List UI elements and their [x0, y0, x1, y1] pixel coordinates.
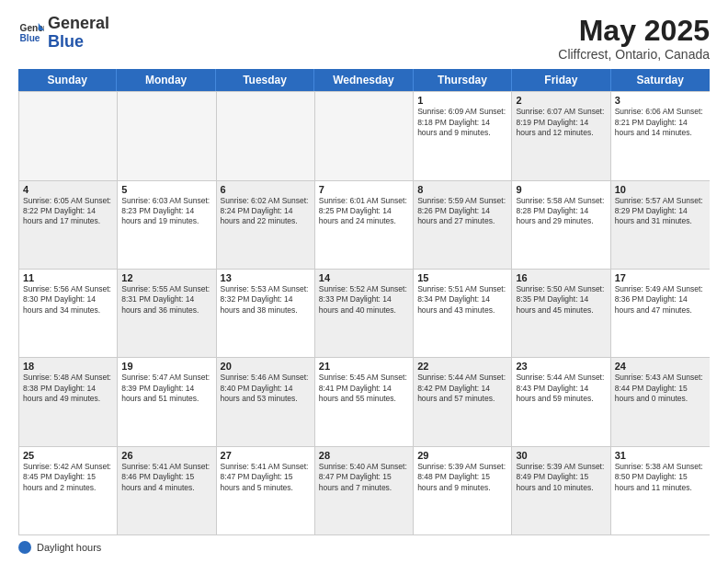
day-number: 23 — [516, 361, 606, 372]
calendar-cell: 3Sunrise: 6:06 AM Sunset: 8:21 PM Daylig… — [611, 92, 710, 179]
calendar-cell — [19, 92, 118, 179]
calendar-cell: 15Sunrise: 5:51 AM Sunset: 8:34 PM Dayli… — [414, 270, 512, 357]
day-number: 6 — [221, 184, 311, 195]
day-info: Sunrise: 5:39 AM Sunset: 8:49 PM Dayligh… — [516, 462, 606, 493]
day-info: Sunrise: 5:56 AM Sunset: 8:30 PM Dayligh… — [23, 284, 113, 316]
day-info: Sunrise: 5:45 AM Sunset: 8:41 PM Dayligh… — [319, 373, 409, 404]
day-number: 16 — [516, 272, 606, 283]
calendar-header-sunday: Sunday — [18, 69, 117, 91]
day-info: Sunrise: 5:47 AM Sunset: 8:39 PM Dayligh… — [121, 373, 211, 404]
calendar-body: 1Sunrise: 6:09 AM Sunset: 8:18 PM Daylig… — [18, 91, 710, 535]
footer: Daylight hours — [18, 541, 710, 554]
day-info: Sunrise: 5:43 AM Sunset: 8:44 PM Dayligh… — [615, 373, 706, 404]
daylight-icon — [18, 541, 31, 554]
day-number: 12 — [121, 272, 211, 283]
calendar-cell: 27Sunrise: 5:41 AM Sunset: 8:47 PM Dayli… — [217, 447, 315, 534]
day-number: 8 — [417, 184, 507, 195]
logo-blue: Blue — [48, 32, 84, 51]
calendar-cell: 1Sunrise: 6:09 AM Sunset: 8:18 PM Daylig… — [414, 92, 512, 179]
day-number: 29 — [417, 450, 507, 461]
title-block: May 2025 Cliffcrest, Ontario, Canada — [558, 15, 710, 62]
calendar-week-3: 11Sunrise: 5:56 AM Sunset: 8:30 PM Dayli… — [19, 270, 710, 358]
day-info: Sunrise: 5:38 AM Sunset: 8:50 PM Dayligh… — [615, 462, 706, 493]
day-info: Sunrise: 5:40 AM Sunset: 8:47 PM Dayligh… — [319, 462, 409, 493]
calendar-cell: 8Sunrise: 5:59 AM Sunset: 8:26 PM Daylig… — [414, 181, 512, 269]
day-number: 24 — [615, 361, 706, 372]
day-info: Sunrise: 5:51 AM Sunset: 8:34 PM Dayligh… — [417, 284, 507, 316]
calendar-cell: 26Sunrise: 5:41 AM Sunset: 8:46 PM Dayli… — [118, 447, 216, 534]
calendar-cell: 29Sunrise: 5:39 AM Sunset: 8:48 PM Dayli… — [414, 447, 512, 534]
calendar-cell: 11Sunrise: 5:56 AM Sunset: 8:30 PM Dayli… — [19, 270, 118, 357]
day-number: 19 — [121, 361, 211, 372]
calendar-header-saturday: Saturday — [611, 69, 710, 91]
day-info: Sunrise: 6:03 AM Sunset: 8:23 PM Dayligh… — [121, 196, 211, 227]
day-info: Sunrise: 5:53 AM Sunset: 8:32 PM Dayligh… — [221, 284, 311, 316]
calendar-cell: 24Sunrise: 5:43 AM Sunset: 8:44 PM Dayli… — [611, 358, 710, 445]
day-number: 31 — [615, 450, 706, 461]
calendar-cell — [217, 92, 315, 179]
calendar-header-row: SundayMondayTuesdayWednesdayThursdayFrid… — [18, 69, 710, 91]
day-number: 22 — [417, 361, 507, 372]
day-info: Sunrise: 5:39 AM Sunset: 8:48 PM Dayligh… — [417, 462, 507, 493]
day-number: 28 — [319, 450, 409, 461]
calendar-cell: 7Sunrise: 6:01 AM Sunset: 8:25 PM Daylig… — [315, 181, 414, 269]
calendar-week-4: 18Sunrise: 5:48 AM Sunset: 8:38 PM Dayli… — [19, 358, 710, 446]
calendar-cell: 13Sunrise: 5:53 AM Sunset: 8:32 PM Dayli… — [217, 270, 315, 357]
calendar-week-5: 25Sunrise: 5:42 AM Sunset: 8:45 PM Dayli… — [19, 447, 710, 535]
day-info: Sunrise: 5:57 AM Sunset: 8:29 PM Dayligh… — [615, 196, 706, 227]
calendar-cell: 9Sunrise: 5:58 AM Sunset: 8:28 PM Daylig… — [512, 181, 610, 269]
day-info: Sunrise: 5:49 AM Sunset: 8:36 PM Dayligh… — [615, 284, 706, 316]
calendar-cell: 12Sunrise: 5:55 AM Sunset: 8:31 PM Dayli… — [118, 270, 216, 357]
location-subtitle: Cliffcrest, Ontario, Canada — [558, 47, 710, 62]
calendar-week-2: 4Sunrise: 6:05 AM Sunset: 8:22 PM Daylig… — [19, 181, 710, 270]
day-info: Sunrise: 6:07 AM Sunset: 8:19 PM Dayligh… — [516, 107, 606, 138]
calendar-cell: 25Sunrise: 5:42 AM Sunset: 8:45 PM Dayli… — [19, 447, 118, 534]
header: General Blue General Blue May 2025 Cliff… — [18, 15, 710, 62]
day-info: Sunrise: 5:52 AM Sunset: 8:33 PM Dayligh… — [319, 284, 409, 316]
logo-general: General — [48, 14, 109, 32]
day-number: 17 — [615, 272, 706, 283]
calendar: SundayMondayTuesdayWednesdayThursdayFrid… — [18, 69, 710, 535]
calendar-cell: 19Sunrise: 5:47 AM Sunset: 8:39 PM Dayli… — [118, 358, 216, 445]
day-number: 27 — [221, 450, 311, 461]
day-info: Sunrise: 5:50 AM Sunset: 8:35 PM Dayligh… — [516, 284, 606, 316]
day-info: Sunrise: 5:48 AM Sunset: 8:38 PM Dayligh… — [23, 373, 113, 404]
day-info: Sunrise: 6:06 AM Sunset: 8:21 PM Dayligh… — [615, 107, 706, 138]
calendar-header-wednesday: Wednesday — [314, 69, 413, 91]
day-number: 18 — [23, 361, 113, 372]
day-info: Sunrise: 5:58 AM Sunset: 8:28 PM Dayligh… — [516, 196, 606, 227]
day-number: 1 — [417, 95, 507, 106]
day-number: 26 — [121, 450, 211, 461]
day-info: Sunrise: 5:41 AM Sunset: 8:47 PM Dayligh… — [221, 462, 311, 493]
day-number: 9 — [516, 184, 606, 195]
calendar-cell: 21Sunrise: 5:45 AM Sunset: 8:41 PM Dayli… — [315, 358, 414, 445]
calendar-cell: 16Sunrise: 5:50 AM Sunset: 8:35 PM Dayli… — [512, 270, 610, 357]
footer-label: Daylight hours — [37, 542, 101, 553]
day-info: Sunrise: 6:02 AM Sunset: 8:24 PM Dayligh… — [221, 196, 311, 227]
day-number: 5 — [121, 184, 211, 195]
month-title: May 2025 — [558, 15, 710, 47]
logo-text: General Blue — [48, 15, 109, 52]
day-info: Sunrise: 5:46 AM Sunset: 8:40 PM Dayligh… — [221, 373, 311, 404]
day-number: 4 — [23, 184, 113, 195]
logo: General Blue General Blue — [18, 15, 109, 52]
calendar-cell — [118, 92, 216, 179]
day-info: Sunrise: 5:55 AM Sunset: 8:31 PM Dayligh… — [121, 284, 211, 316]
day-info: Sunrise: 5:44 AM Sunset: 8:43 PM Dayligh… — [516, 373, 606, 404]
calendar-cell: 14Sunrise: 5:52 AM Sunset: 8:33 PM Dayli… — [315, 270, 414, 357]
calendar-cell: 31Sunrise: 5:38 AM Sunset: 8:50 PM Dayli… — [611, 447, 710, 534]
day-info: Sunrise: 6:05 AM Sunset: 8:22 PM Dayligh… — [23, 196, 113, 227]
day-number: 20 — [221, 361, 311, 372]
calendar-cell: 22Sunrise: 5:44 AM Sunset: 8:42 PM Dayli… — [414, 358, 512, 445]
calendar-header-thursday: Thursday — [414, 69, 512, 91]
day-info: Sunrise: 6:01 AM Sunset: 8:25 PM Dayligh… — [319, 196, 409, 227]
calendar-cell: 28Sunrise: 5:40 AM Sunset: 8:47 PM Dayli… — [315, 447, 414, 534]
calendar-cell: 23Sunrise: 5:44 AM Sunset: 8:43 PM Dayli… — [512, 358, 610, 445]
day-number: 21 — [319, 361, 409, 372]
calendar-cell: 6Sunrise: 6:02 AM Sunset: 8:24 PM Daylig… — [217, 181, 315, 269]
day-info: Sunrise: 5:41 AM Sunset: 8:46 PM Dayligh… — [121, 462, 211, 493]
calendar-cell — [315, 92, 414, 179]
calendar-cell: 5Sunrise: 6:03 AM Sunset: 8:23 PM Daylig… — [118, 181, 216, 269]
day-number: 30 — [516, 450, 606, 461]
logo-icon: General Blue — [18, 20, 44, 46]
